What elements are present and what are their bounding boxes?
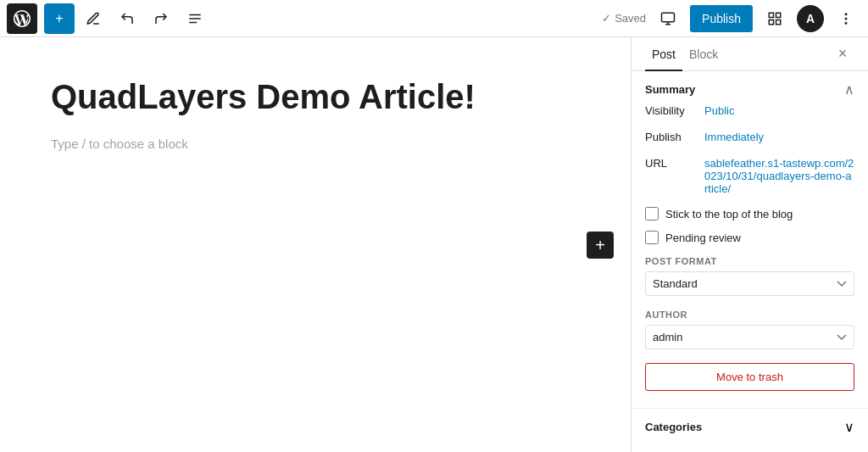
stick-top-checkbox[interactable] <box>645 207 659 220</box>
author-group: AUTHOR admin <box>645 303 854 356</box>
stick-top-row: Stick to the top of the blog <box>645 202 854 226</box>
undo-icon <box>120 11 135 26</box>
author-label: AUTHOR <box>645 310 854 320</box>
settings-icon <box>767 11 782 26</box>
main-content: QuadLayers Demo Article! Type / to choos… <box>0 37 868 452</box>
tab-block[interactable]: Block <box>682 37 725 71</box>
more-options-button[interactable] <box>831 3 861 34</box>
svg-rect-3 <box>662 13 675 22</box>
post-format-group: POST FORMAT Standard Aside Chat Gallery … <box>645 249 854 303</box>
sidebar: Post Block × Summary ∧ Visibility Public… <box>631 37 868 452</box>
publish-row: Publish Immediately <box>645 124 854 150</box>
toolbar-right: ✓ Saved Publish A <box>602 3 861 34</box>
pending-review-label[interactable]: Pending review <box>665 232 741 244</box>
post-format-select[interactable]: Standard Aside Chat Gallery Link Image Q… <box>645 271 854 296</box>
pending-review-checkbox[interactable] <box>645 231 659 244</box>
categories-header[interactable]: Categories ∨ <box>645 419 854 435</box>
move-to-trash-button[interactable]: Move to trash <box>645 363 854 391</box>
svg-rect-8 <box>776 20 781 24</box>
categories-title: Categories <box>645 421 702 433</box>
redo-button[interactable] <box>146 3 176 34</box>
close-sidebar-button[interactable]: × <box>831 42 854 66</box>
sidebar-header: Post Block × <box>632 37 868 71</box>
visibility-label: Visibility <box>645 104 704 117</box>
visibility-value[interactable]: Public <box>704 104 734 117</box>
checkmark-icon: ✓ <box>602 12 611 25</box>
pending-review-row: Pending review <box>645 226 854 249</box>
svg-rect-6 <box>769 13 773 17</box>
redo-icon <box>153 11 169 26</box>
undo-button[interactable] <box>112 3 142 34</box>
summary-header[interactable]: Summary ∧ <box>645 81 854 98</box>
list-icon <box>187 11 203 26</box>
block-placeholder[interactable]: Type / to choose a block <box>51 137 580 151</box>
svg-rect-9 <box>769 20 773 24</box>
plus-icon: + <box>55 11 63 26</box>
close-icon: × <box>838 45 848 63</box>
editor-area: QuadLayers Demo Article! Type / to choos… <box>0 37 631 452</box>
publish-label: Publish <box>645 131 704 143</box>
author-select[interactable]: admin <box>645 325 854 349</box>
tools-icon <box>86 11 101 26</box>
categories-section: Categories ∨ <box>632 409 868 445</box>
svg-point-11 <box>845 18 847 20</box>
svg-point-12 <box>845 22 847 24</box>
toolbar-left: + <box>7 3 210 34</box>
tools-button[interactable] <box>78 3 108 34</box>
summary-toggle-icon: ∧ <box>844 81 854 98</box>
url-row: URL sablefeather.s1-tastewp.com/2023/10/… <box>645 150 854 202</box>
categories-toggle-icon: ∨ <box>844 419 854 435</box>
monitor-icon <box>660 11 676 26</box>
summary-section: Summary ∧ Visibility Public Publish Imme… <box>632 71 868 409</box>
settings-button[interactable] <box>760 3 790 34</box>
publish-button[interactable]: Publish <box>690 5 753 32</box>
visibility-row: Visibility Public <box>645 98 854 124</box>
add-block-button[interactable]: + <box>587 232 614 259</box>
publish-value[interactable]: Immediately <box>704 131 764 143</box>
summary-title: Summary <box>645 83 695 96</box>
url-value[interactable]: sablefeather.s1-tastewp.com/2023/10/31/q… <box>704 157 854 195</box>
view-button[interactable] <box>653 3 683 34</box>
post-title[interactable]: QuadLayers Demo Article! <box>51 78 580 116</box>
svg-rect-7 <box>776 13 781 17</box>
svg-point-10 <box>845 14 847 15</box>
document-overview-button[interactable] <box>180 3 210 34</box>
more-icon <box>838 11 854 26</box>
url-label: URL <box>645 157 704 170</box>
avatar-label: A <box>806 12 815 25</box>
toolbar: + ✓ Saved <box>0 0 868 37</box>
add-icon: + <box>595 237 605 254</box>
add-block-toolbar-button[interactable]: + <box>44 3 75 34</box>
post-format-label: POST FORMAT <box>645 256 854 266</box>
tab-post[interactable]: Post <box>645 37 682 71</box>
saved-text: Saved <box>615 12 646 25</box>
stick-top-label[interactable]: Stick to the top of the blog <box>665 208 793 220</box>
wp-logo-button[interactable] <box>7 3 37 34</box>
wp-logo-icon <box>14 10 31 27</box>
save-status: ✓ Saved <box>602 12 646 25</box>
user-avatar-button[interactable]: A <box>797 5 824 32</box>
